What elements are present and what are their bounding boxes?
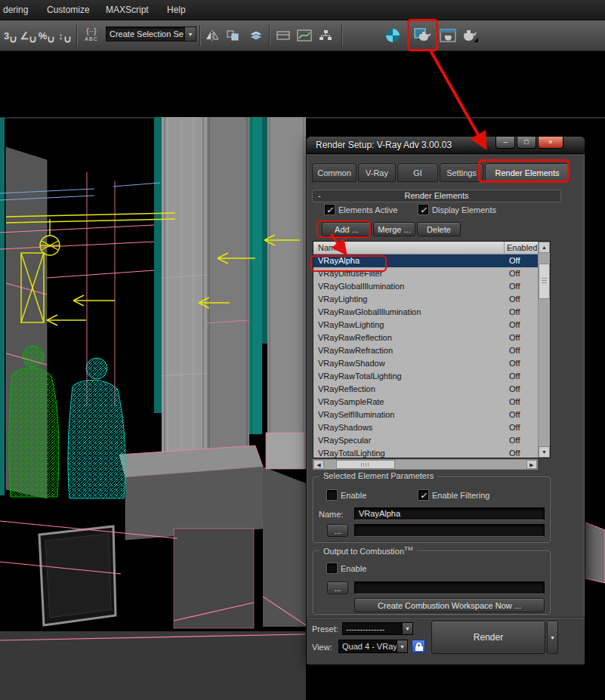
combustion-browse-button[interactable]: ... <box>327 581 348 594</box>
toolbar-separator <box>76 25 78 46</box>
align-button[interactable] <box>224 23 243 48</box>
column-divider[interactable] <box>504 242 505 254</box>
merge-element-button[interactable]: Merge ... <box>373 222 415 236</box>
enable-filtering-checkbox[interactable]: ✓ <box>418 490 428 500</box>
layer-manager-button[interactable] <box>246 23 266 48</box>
column-enabled: Enabled <box>507 243 537 252</box>
scroll-left-icon[interactable]: ◀ <box>313 460 324 469</box>
tab-vray[interactable]: V-Ray <box>358 163 396 182</box>
tab-gi[interactable]: GI <box>397 163 438 182</box>
mirror-button[interactable] <box>202 23 222 48</box>
combustion-enable-label: Enable <box>341 564 366 573</box>
combustion-path-field[interactable] <box>354 581 545 594</box>
element-name-field[interactable]: VRayAlpha <box>354 507 545 520</box>
preset-value: -------------- <box>343 624 402 634</box>
scrollbar-thumb[interactable] <box>539 264 550 299</box>
vertical-scrollbar[interactable]: ▲ ▼ <box>538 242 550 458</box>
tab-render-elements[interactable]: Render Elements <box>485 163 570 182</box>
mirror-icon <box>205 29 220 42</box>
tab-settings[interactable]: Settings <box>440 163 483 182</box>
scroll-down-icon[interactable]: ▼ <box>539 446 550 458</box>
list-item[interactable]: VRaySelfIllumination Off <box>313 409 539 421</box>
display-elements-checkbox[interactable]: ✓ <box>418 205 428 214</box>
scroll-right-icon[interactable]: ▶ <box>526 460 537 469</box>
list-item[interactable]: VRayRawReflection Off <box>313 331 539 344</box>
combo-arrow-icon[interactable]: ▼ <box>184 27 196 41</box>
list-item[interactable]: VRayRawGlobalIllumination Off <box>313 306 539 319</box>
trackbar-area <box>0 631 306 700</box>
layers-icon <box>248 29 264 42</box>
list-item[interactable]: VRayRawLighting Off <box>313 319 539 331</box>
named-selection-set-combo[interactable]: Create Selection Se ▼ <box>106 26 196 42</box>
angle-snap-button[interactable]: ∠ <box>20 23 37 48</box>
list-item[interactable]: VRayDiffuseFilter Off <box>313 267 539 280</box>
element-list-rows: VRayAlpha Off VRayDiffuseFilter Off VRay… <box>313 254 539 458</box>
maximize-button[interactable]: □ <box>517 137 536 149</box>
combo-arrow-icon[interactable]: ▼ <box>397 640 407 652</box>
list-item[interactable]: VRayRawShadow Off <box>313 357 539 370</box>
create-combustion-workspace-button[interactable]: Create Combustion Workspace Now ... <box>354 598 545 612</box>
render-flyout-button[interactable]: ▾ <box>547 621 558 654</box>
list-item[interactable]: VRayRawTotalLighting Off <box>313 370 539 383</box>
menu-maxscript[interactable]: MAXScript <box>106 5 149 15</box>
output-to-combustion-group: Output to CombustionTM Enable ... Create… <box>313 550 551 615</box>
snaps-toggle-button[interactable]: 3 <box>2 23 19 48</box>
delete-element-button[interactable]: Delete <box>417 222 461 236</box>
rendered-frame-icon <box>440 28 456 43</box>
add-element-button[interactable]: Add ... <box>322 222 372 236</box>
rollout-collapse-icon: - <box>318 190 321 202</box>
curve-editor-button[interactable] <box>295 23 314 48</box>
spinner-snap-button[interactable]: ↕ <box>56 23 73 48</box>
list-item[interactable]: VRaySpecular Off <box>313 434 539 447</box>
menu-rendering[interactable]: dering <box>3 5 28 15</box>
material-editor-button[interactable] <box>381 23 405 48</box>
list-item[interactable]: VRayTotalLighting Off <box>313 447 539 458</box>
output-path-field[interactable] <box>354 524 545 537</box>
view-label: View: <box>312 643 332 652</box>
percent-snap-glyph: % <box>39 30 48 42</box>
list-item[interactable]: VRayLighting Off <box>313 293 539 306</box>
percent-snap-button[interactable]: % <box>38 23 55 48</box>
viewport-combo[interactable]: Quad 4 - VRayC ▼ <box>338 640 408 653</box>
enable-checkbox[interactable] <box>327 490 337 500</box>
elements-active-checkbox[interactable]: ✓ <box>325 205 335 214</box>
render-elements-rollout[interactable]: - Render Elements <box>312 190 561 202</box>
combo-arrow-icon[interactable]: ▼ <box>402 623 412 634</box>
lock-view-button[interactable] <box>412 640 425 653</box>
ribbon-toggle-button[interactable] <box>273 23 293 48</box>
enable-label: Enable <box>341 491 366 500</box>
spinner-snap-glyph: ↕ <box>58 30 63 42</box>
preset-combo[interactable]: -------------- ▼ <box>342 622 413 635</box>
render-production-button[interactable] <box>459 23 480 48</box>
tab-common[interactable]: Common <box>312 163 357 182</box>
scrollbar-thumb[interactable] <box>336 460 395 469</box>
list-item[interactable]: VRaySampleRate Off <box>313 396 539 409</box>
render-button[interactable]: Render <box>431 621 545 654</box>
rendered-frame-window-button[interactable] <box>438 23 458 48</box>
scroll-up-icon[interactable]: ▲ <box>539 242 550 253</box>
browse-output-button[interactable]: ... <box>327 524 348 537</box>
schematic-view-button[interactable] <box>316 23 335 48</box>
preset-label: Preset: <box>312 624 338 634</box>
combustion-enable-checkbox[interactable] <box>327 563 337 573</box>
close-button[interactable]: × <box>538 137 563 149</box>
list-item[interactable]: VRayAlpha Off <box>313 254 539 267</box>
magnet-icon <box>10 36 17 43</box>
align-icon <box>226 29 241 42</box>
list-item[interactable]: VRayReflection Off <box>313 383 539 396</box>
menu-help[interactable]: Help <box>167 5 186 15</box>
list-item[interactable]: VRayShadows Off <box>313 421 539 434</box>
toolbar-separator <box>341 25 343 46</box>
menu-customize[interactable]: Customize <box>47 5 90 15</box>
render-setup-button[interactable] <box>410 23 436 48</box>
ribbon-icon <box>276 29 291 42</box>
list-item[interactable]: VRayRawRefraction Off <box>313 344 539 357</box>
selected-params-title: Selected Element Parameters <box>319 471 437 480</box>
minimize-button[interactable]: – <box>495 137 515 149</box>
dialog-titlebar[interactable]: Render Setup: V-Ray Adv 3.00.03 – □ × <box>307 137 585 154</box>
horizontal-scrollbar[interactable]: ◀ ▶ <box>313 459 538 470</box>
enable-filtering-label: Enable Filtering <box>432 491 489 500</box>
edit-named-selection-sets-button[interactable]: {··} ABC <box>80 23 103 48</box>
list-item[interactable]: VRayGlobalIllumination Off <box>313 280 539 293</box>
combustion-group-title: Output to CombustionTM <box>319 545 417 556</box>
